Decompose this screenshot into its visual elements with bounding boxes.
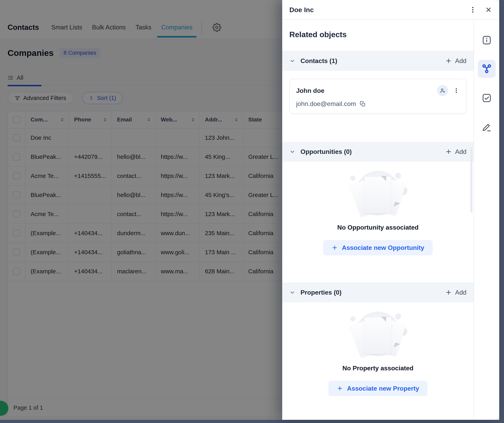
properties-empty-state: No Property associated Associate new Pro… [282,302,474,411]
chevron-down-icon [289,58,295,64]
panel-body: Related objects Contacts (1) Add John do… [282,20,474,420]
empty-state-illustration [348,310,408,357]
person-x-icon [439,87,446,94]
opportunities-section-label: Opportunities (0) [300,148,445,156]
contacts-section-label: Contacts (1) [300,57,445,65]
related-objects-tab[interactable] [478,60,496,78]
chevron-down-icon [289,149,295,155]
related-objects-title: Related objects [289,30,474,39]
plus-icon [445,289,452,296]
add-contact-button[interactable]: Add [445,57,466,65]
close-icon[interactable] [485,6,492,13]
plus-icon [445,57,452,64]
notes-edit-tab[interactable] [478,118,496,136]
section-header-properties[interactable]: Properties (0) Add [282,283,474,302]
section-header-opportunities[interactable]: Opportunities (0) Add [282,142,474,162]
contact-more-options-icon[interactable] [453,87,460,94]
pencil-line-icon [481,122,492,132]
panel-more-options-icon[interactable] [469,6,477,13]
section-header-contacts[interactable]: Contacts (1) Add [282,51,474,71]
panel-scrollbar[interactable] [470,147,472,213]
add-opportunity-button[interactable]: Add [445,148,466,156]
panel-title: Doe Inc [289,6,469,14]
remove-contact-association-button[interactable] [437,85,448,96]
panel-side-rail [474,20,499,420]
check-square-icon [481,93,492,103]
panel-header: Doe Inc [282,0,499,20]
company-detail-panel: Doe Inc Related objects Contacts (1) Add [282,0,499,420]
plus-icon [331,244,338,251]
contact-name: John doe [296,87,437,94]
plus-icon [445,148,452,155]
plus-icon [337,385,343,392]
associate-opportunity-button[interactable]: Associate new Opportunity [323,240,432,255]
empty-state-illustration [348,169,408,216]
contact-card[interactable]: John doe john.do [289,79,466,114]
hub-associations-icon [481,63,492,74]
associate-property-button[interactable]: Associate new Property [328,381,427,396]
add-property-button[interactable]: Add [445,289,466,296]
copy-icon[interactable] [360,101,366,107]
chevron-down-icon [289,290,295,295]
tasks-check-tab[interactable] [478,89,496,107]
details-info-tab[interactable] [478,31,496,49]
info-icon [481,35,492,46]
modal-dim-overlay[interactable] [0,0,282,420]
no-opportunity-text: No Opportunity associated [282,224,474,231]
no-property-text: No Property associated [282,365,474,372]
contact-email: john.doe@email.com [296,100,356,108]
properties-section-label: Properties (0) [300,289,445,296]
opportunities-empty-state: No Opportunity associated Associate new … [282,162,474,271]
contacts-list: John doe john.do [282,71,474,130]
